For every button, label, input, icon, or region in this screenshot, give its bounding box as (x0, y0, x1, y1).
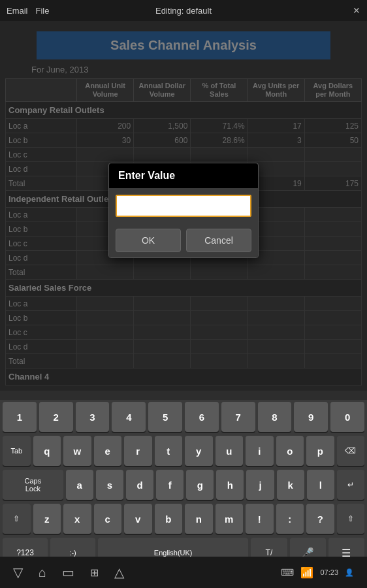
kb-key-s[interactable]: s (96, 470, 123, 500)
kb-key-enter[interactable]: ↵ (337, 470, 364, 500)
kb-key-1[interactable]: 1 (3, 402, 37, 432)
main-content: Sales Channel Analysis For June, 2013 An… (0, 21, 367, 400)
kb-key-t[interactable]: t (155, 436, 183, 466)
kb-key-tab[interactable]: Tab (3, 436, 31, 466)
kb-key-k[interactable]: k (277, 470, 304, 500)
kb-key-7[interactable]: 7 (221, 402, 255, 432)
menu-file[interactable]: File (36, 6, 50, 16)
kb-key-q[interactable]: q (33, 436, 61, 466)
kb-key-shift-right[interactable]: ⇧ (337, 504, 365, 534)
kb-key-n[interactable]: n (185, 504, 213, 534)
kb-key-8[interactable]: 8 (258, 402, 292, 432)
kb-key-3[interactable]: 3 (76, 402, 110, 432)
kb-key-h[interactable]: h (216, 470, 244, 500)
kb-row-shift: ⇧ z x c v b n m ! : ? ⇧ (0, 502, 367, 536)
dialog: Enter Value OK Cancel (108, 163, 259, 258)
nav-recent-icon[interactable]: ▭ (62, 564, 74, 580)
dialog-cancel-button[interactable]: Cancel (186, 229, 251, 252)
keyboard-icon[interactable]: ⌨ (281, 567, 294, 578)
kb-key-p[interactable]: p (306, 436, 334, 466)
dialog-title-bar: Enter Value (109, 163, 258, 188)
kb-key-z[interactable]: z (33, 504, 61, 534)
time-display: 07:23 (320, 568, 338, 576)
kb-key-d[interactable]: d (126, 470, 153, 500)
nav-back-icon[interactable]: ▽ (13, 564, 23, 580)
kb-row-numbers: 1 2 3 4 5 6 7 8 9 0 (0, 400, 367, 434)
nav-home-icon[interactable]: ⌂ (39, 565, 46, 580)
kb-key-b[interactable]: b (155, 504, 183, 534)
kb-key-f[interactable]: f (156, 470, 184, 500)
kb-key-i[interactable]: i (246, 436, 274, 466)
user-icon: 👤 (345, 568, 354, 577)
kb-row-qwerty: Tab q w e r t y u i o p ⌫ (0, 434, 367, 468)
kb-key-w[interactable]: w (63, 436, 91, 466)
kb-key-shift-left[interactable]: ⇧ (3, 504, 31, 534)
kb-key-l[interactable]: l (307, 470, 334, 500)
kb-key-x[interactable]: x (63, 504, 91, 534)
kb-key-9[interactable]: 9 (294, 402, 328, 432)
kb-key-backspace[interactable]: ⌫ (337, 436, 365, 466)
kb-key-m[interactable]: m (215, 504, 244, 534)
kb-key-4[interactable]: 4 (112, 402, 146, 432)
kb-key-a[interactable]: a (66, 470, 93, 500)
window-title: Editing: default (155, 6, 212, 16)
kb-key-r[interactable]: r (124, 436, 152, 466)
kb-key-g[interactable]: g (186, 470, 214, 500)
kb-key-y[interactable]: y (185, 436, 213, 466)
kb-key-question[interactable]: ? (306, 504, 334, 534)
menu-email[interactable]: Email (7, 6, 28, 16)
nav-icons-left: ▽ ⌂ ▭ ⊞ △ (13, 564, 124, 580)
kb-key-v[interactable]: v (124, 504, 152, 534)
nav-bar: ▽ ⌂ ▭ ⊞ △ ⌨ 📶 07:23 👤 (0, 557, 367, 588)
dialog-input[interactable] (116, 195, 251, 217)
wifi-icon: 📶 (300, 566, 313, 579)
menu-items: Email File (7, 6, 49, 16)
kb-key-caps-lock[interactable]: CapsLock (3, 470, 63, 500)
top-bar: Email File Editing: default ✕ (0, 0, 367, 21)
kb-key-e[interactable]: e (94, 436, 122, 466)
dialog-body (109, 188, 258, 223)
nav-icons-right: ⌨ 📶 07:23 👤 (281, 566, 354, 579)
kb-key-c[interactable]: c (94, 504, 122, 534)
dialog-buttons: OK Cancel (109, 223, 258, 257)
kb-key-2[interactable]: 2 (39, 402, 73, 432)
kb-row-home: CapsLock a s d f g h j k l ↵ (0, 468, 367, 502)
dialog-ok-button[interactable]: OK (116, 229, 181, 252)
dialog-overlay: Enter Value OK Cancel (0, 21, 367, 400)
kb-key-5[interactable]: 5 (148, 402, 182, 432)
nav-up-icon[interactable]: △ (114, 564, 124, 580)
kb-key-colon[interactable]: : (276, 504, 304, 534)
kb-key-j[interactable]: j (246, 470, 274, 500)
kb-key-0[interactable]: 0 (330, 402, 364, 432)
nav-qr-icon[interactable]: ⊞ (90, 566, 99, 579)
kb-key-exclaim[interactable]: ! (246, 504, 274, 534)
kb-key-6[interactable]: 6 (185, 402, 219, 432)
kb-key-u[interactable]: u (215, 436, 244, 466)
kb-key-o[interactable]: o (276, 436, 304, 466)
dialog-title: Enter Value (118, 170, 175, 181)
close-icon[interactable]: ✕ (353, 5, 360, 16)
